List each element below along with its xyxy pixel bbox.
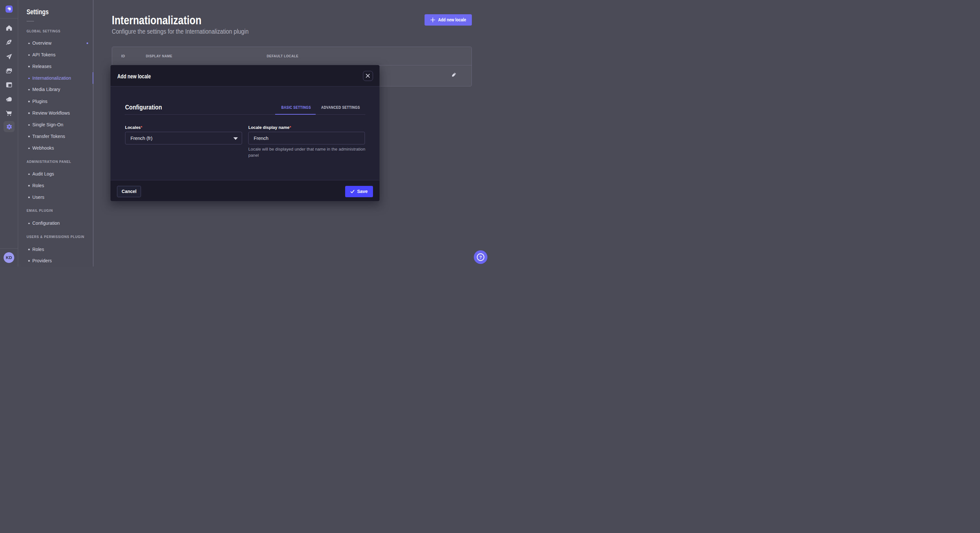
svg-text:?: ?	[479, 255, 482, 260]
